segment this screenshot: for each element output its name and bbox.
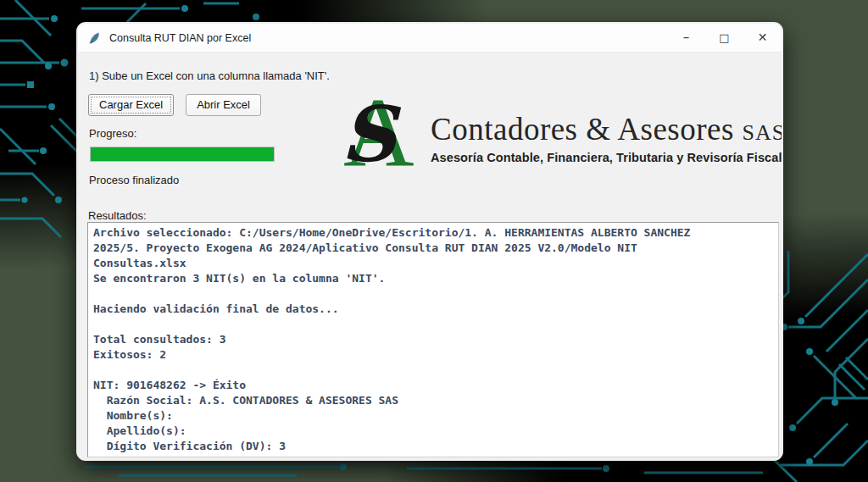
progress-bar [90, 147, 275, 162]
close-button[interactable]: ✕ [743, 24, 782, 52]
python-feather-icon [88, 31, 102, 45]
title-bar[interactable]: Consulta RUT DIAN por Excel – □ ✕ [78, 24, 782, 53]
results-label: Resultados: [88, 209, 147, 222]
company-monogram-icon: A S [331, 83, 422, 175]
maximize-button[interactable]: □ [705, 24, 743, 52]
company-tagline: Asesoría Contable, Financiera, Tributari… [431, 151, 782, 164]
company-name-suffix: SAS [743, 120, 782, 145]
window-title: Consulta RUT DIAN por Excel [109, 32, 251, 44]
open-excel-button[interactable]: Abrir Excel [186, 94, 261, 116]
progress-label: Progreso: [89, 127, 136, 140]
minimize-button[interactable]: – [667, 24, 705, 52]
app-window: Consulta RUT DIAN por Excel – □ ✕ 1) Sub… [78, 24, 782, 459]
status-text: Proceso finalizado [89, 174, 179, 186]
svg-text:S: S [341, 89, 402, 175]
load-excel-button[interactable]: Cargar Excel [88, 94, 174, 116]
company-name-main: Contadores & Asesores [431, 112, 743, 147]
company-logo: A S Contadores & Asesores SAS Asesoría C… [331, 76, 775, 197]
instruction-label: 1) Sube un Excel con una columna llamada… [89, 69, 330, 82]
results-textarea[interactable]: Archivo seleccionado: C:/Users/Home/OneD… [87, 222, 779, 457]
company-logo-text: Contadores & Asesores SAS Asesoría Conta… [431, 76, 782, 164]
company-name: Contadores & Asesores SAS [431, 114, 782, 145]
button-row: Cargar Excel Abrir Excel [88, 94, 261, 116]
window-controls: – □ ✕ [667, 24, 782, 52]
progress-bar-fill [91, 147, 274, 161]
